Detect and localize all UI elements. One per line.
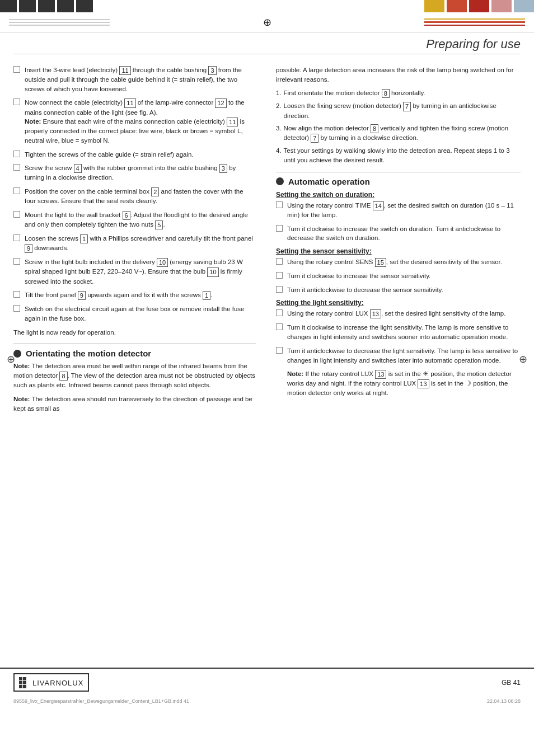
logo-cell-2 xyxy=(23,677,26,680)
switch-duration-list: Using the rotary control TIME 14, set th… xyxy=(276,201,521,243)
title-divider xyxy=(13,54,521,54)
checkbox-9 xyxy=(13,291,20,298)
list-item-7: Loosen the screws 1 with a Phillips scre… xyxy=(13,234,256,253)
ls-checkbox-3 xyxy=(276,347,283,354)
ref-8a: 8 xyxy=(59,372,67,381)
item-7-text: Loosen the screws 1 with a Phillips scre… xyxy=(25,234,256,253)
automatic-bullet xyxy=(276,177,284,185)
bar-seg-3 xyxy=(19,0,36,12)
page-number: GB 41 xyxy=(502,679,521,687)
note-label-4: Note: xyxy=(287,370,303,377)
logo-cell-6 xyxy=(27,681,30,684)
automatic-heading: Automatic operation xyxy=(276,177,521,186)
top-bar xyxy=(0,0,534,12)
item-1-text: Insert the 3-wire lead (electricity) 11 … xyxy=(25,65,256,93)
orientating-note2: Note: The detection area should run tran… xyxy=(13,395,256,413)
step-1-text: First orientate the motion detector 8 ho… xyxy=(284,88,425,98)
logo-cell-7 xyxy=(19,685,22,688)
ref-9a: 9 xyxy=(25,244,32,253)
bar-seg-7 xyxy=(57,0,74,12)
checkbox-3 xyxy=(13,151,20,157)
ref-15: 15 xyxy=(375,258,386,267)
step-2: 2. Loosen the fixing screw (motion detec… xyxy=(276,101,521,120)
bar-color-3 xyxy=(469,0,489,12)
ls-item-4: Note: If the rotary control LUX 13 is se… xyxy=(276,369,521,398)
bar-color-4 xyxy=(491,0,512,12)
light-sensitivity-list: Using the rotary control LUX 13, set the… xyxy=(276,309,521,398)
checkbox-5 xyxy=(13,187,20,194)
ref-7a: 7 xyxy=(403,102,411,111)
logo-cell-3 xyxy=(27,677,30,680)
ls-text-2: Turn it clockwise to increase the light … xyxy=(287,323,521,341)
page-title: Preparing for use xyxy=(0,32,534,54)
ls-checkbox-2 xyxy=(276,323,283,330)
automatic-divider xyxy=(276,172,521,172)
ss-text-2: Turn it clockwise to increase the sensor… xyxy=(287,271,521,281)
checkbox-1 xyxy=(13,66,20,73)
ls-text-1: Using the rotary control LUX 13, set the… xyxy=(287,309,521,318)
switch-duration-item-2: Turn it clockwise to increase the switch… xyxy=(276,224,521,243)
ref-13c: 13 xyxy=(418,379,429,388)
ss-item-3: Turn it anticlockwise to decrease the se… xyxy=(276,285,521,295)
brand-text: LIVARNOLUX xyxy=(32,677,83,688)
main-content: Insert the 3-wire lead (electricity) 11 … xyxy=(0,59,534,668)
bar-seg-1 xyxy=(0,0,17,12)
logo-grid xyxy=(19,677,30,688)
note-label-1: Note: xyxy=(25,118,41,125)
orientating-heading: Orientating the motion detector xyxy=(13,349,256,358)
ss-checkbox-3 xyxy=(276,286,283,293)
logo-cell-9 xyxy=(27,685,30,688)
sensor-sensitivity-heading: Setting the sensor sensitivity: xyxy=(276,247,521,255)
light-sensitivity-heading: Setting the light sensitivity: xyxy=(276,299,521,307)
header-line-5 xyxy=(424,21,525,23)
ref-10b: 10 xyxy=(207,267,218,276)
logo-cell-4 xyxy=(19,681,22,684)
ss-text-3: Turn it anticlockwise to decrease the se… xyxy=(287,285,521,295)
item-5-text: Position the cover on the cable terminal… xyxy=(25,187,256,206)
step-num-1: 1. xyxy=(276,88,282,98)
list-item-9: Tilt the front panel 9 upwards again and… xyxy=(13,290,256,300)
header-area: ⊕ xyxy=(0,12,534,32)
ref-2: 2 xyxy=(151,187,159,196)
ref-12: 12 xyxy=(215,98,226,107)
header-line-2 xyxy=(9,22,110,23)
item-2-text: Now connect the cable (electricity) 11 o… xyxy=(25,98,256,145)
ss-item-1: Using the rotary control SENS 15, set th… xyxy=(276,257,521,267)
header-lines-right xyxy=(424,18,525,26)
right-column: possible. A large detection area increas… xyxy=(267,63,534,663)
ref-3b: 3 xyxy=(219,164,227,173)
bottom-left-text: 89559_livx_Energiesparstrahler_Bewegungs… xyxy=(13,698,189,704)
step-4-text: Test your settings by walking slowly int… xyxy=(284,146,521,165)
orientating-divider xyxy=(13,344,256,344)
ref-5: 5 xyxy=(155,220,163,229)
ref-3a: 3 xyxy=(208,66,216,75)
checkbox-8 xyxy=(13,258,20,265)
top-bar-left xyxy=(0,0,267,12)
ls-item-1: Using the rotary control LUX 13, set the… xyxy=(276,309,521,318)
ref-6: 6 xyxy=(123,211,130,220)
sd-text-1: Using the rotary control TIME 14, set th… xyxy=(287,201,521,220)
ref-1a: 1 xyxy=(80,234,88,243)
step-1: 1. First orientate the motion detector 8… xyxy=(276,88,521,98)
list-item-1: Insert the 3-wire lead (electricity) 11 … xyxy=(13,65,256,93)
page-title-text: Preparing for use xyxy=(426,37,521,51)
header-lines-left xyxy=(9,19,110,26)
step-3-text: Now align the motion detector 8 vertical… xyxy=(284,124,521,143)
ss-checkbox-2 xyxy=(276,272,283,279)
ref-4: 4 xyxy=(74,164,82,173)
logo: LIVARNOLUX xyxy=(13,673,89,692)
ref-10a: 10 xyxy=(157,258,168,267)
checkbox-10 xyxy=(13,305,20,312)
sd-text-2: Turn it clockwise to increase the switch… xyxy=(287,224,521,243)
ref-14: 14 xyxy=(373,201,384,210)
bar-color-1 xyxy=(424,0,444,12)
checkbox-6 xyxy=(13,211,20,218)
item-8-text: Screw in the light bulb included in the … xyxy=(25,257,256,286)
header-line-3 xyxy=(9,25,110,26)
step-4: 4. Test your settings by walking slowly … xyxy=(276,146,521,165)
sd-checkbox-1 xyxy=(276,201,283,208)
ready-text: The light is now ready for operation. xyxy=(13,328,256,337)
switch-duration-item-1: Using the rotary control TIME 14, set th… xyxy=(276,201,521,220)
logo-cell-8 xyxy=(23,685,26,688)
left-column: Insert the 3-wire lead (electricity) 11 … xyxy=(0,63,267,663)
